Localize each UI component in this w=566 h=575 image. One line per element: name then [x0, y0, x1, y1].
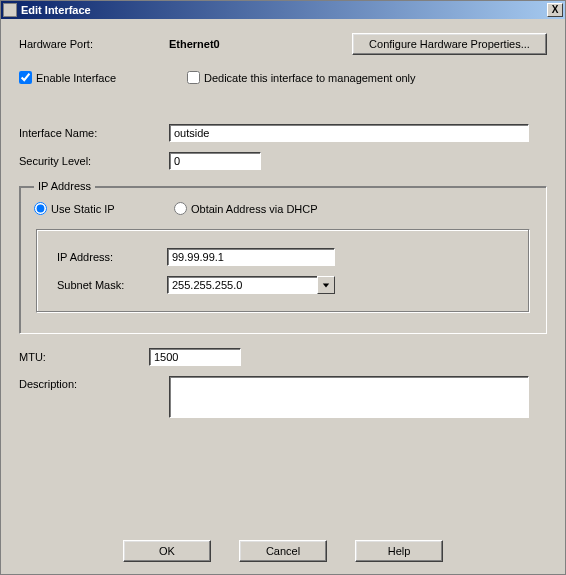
dhcp-radio-wrap[interactable]: Obtain Address via DHCP — [174, 202, 318, 215]
help-button[interactable]: Help — [355, 540, 443, 562]
interface-name-label: Interface Name: — [19, 127, 169, 139]
svg-marker-0 — [323, 283, 329, 287]
cancel-button[interactable]: Cancel — [239, 540, 327, 562]
edit-interface-dialog: Edit Interface X Hardware Port: Ethernet… — [0, 0, 566, 575]
dhcp-label: Obtain Address via DHCP — [191, 203, 318, 215]
ip-address-label: IP Address: — [57, 251, 167, 263]
dedicate-mgmt-label: Dedicate this interface to management on… — [204, 72, 416, 84]
enable-interface-checkbox[interactable] — [19, 71, 32, 84]
dedicate-mgmt-checkbox[interactable] — [187, 71, 200, 84]
enable-interface-label: Enable Interface — [36, 72, 116, 84]
mtu-label: MTU: — [19, 351, 149, 363]
configure-hardware-button[interactable]: Configure Hardware Properties... — [352, 33, 547, 55]
subnet-mask-label: Subnet Mask: — [57, 279, 167, 291]
app-icon — [3, 3, 17, 17]
subnet-mask-select[interactable] — [167, 276, 335, 294]
hardware-port-label: Hardware Port: — [19, 38, 169, 50]
enable-interface-checkbox-wrap[interactable]: Enable Interface — [19, 71, 169, 84]
static-ip-panel: IP Address: Subnet Mask: — [36, 229, 530, 313]
ip-address-group: IP Address Use Static IP Obtain Address … — [19, 180, 547, 334]
ip-address-legend: IP Address — [34, 180, 95, 192]
static-ip-radio[interactable] — [34, 202, 47, 215]
ip-address-input[interactable] — [167, 248, 335, 266]
dedicate-mgmt-checkbox-wrap[interactable]: Dedicate this interface to management on… — [187, 71, 416, 84]
description-label: Description: — [19, 376, 169, 390]
static-ip-radio-wrap[interactable]: Use Static IP — [34, 202, 174, 215]
window-title: Edit Interface — [21, 4, 547, 16]
security-level-label: Security Level: — [19, 155, 169, 167]
mtu-input[interactable] — [149, 348, 241, 366]
subnet-mask-input[interactable] — [167, 276, 317, 294]
dialog-footer: OK Cancel Help — [1, 540, 565, 562]
interface-name-input[interactable] — [169, 124, 529, 142]
close-button[interactable]: X — [547, 3, 563, 17]
hardware-port-value: Ethernet0 — [169, 38, 352, 50]
subnet-mask-dropdown-button[interactable] — [317, 276, 335, 294]
titlebar: Edit Interface X — [1, 1, 565, 19]
description-textarea[interactable] — [169, 376, 529, 418]
static-ip-label: Use Static IP — [51, 203, 115, 215]
ok-button[interactable]: OK — [123, 540, 211, 562]
client-area: Hardware Port: Ethernet0 Configure Hardw… — [1, 19, 565, 438]
dhcp-radio[interactable] — [174, 202, 187, 215]
chevron-down-icon — [322, 281, 330, 289]
security-level-input[interactable] — [169, 152, 261, 170]
